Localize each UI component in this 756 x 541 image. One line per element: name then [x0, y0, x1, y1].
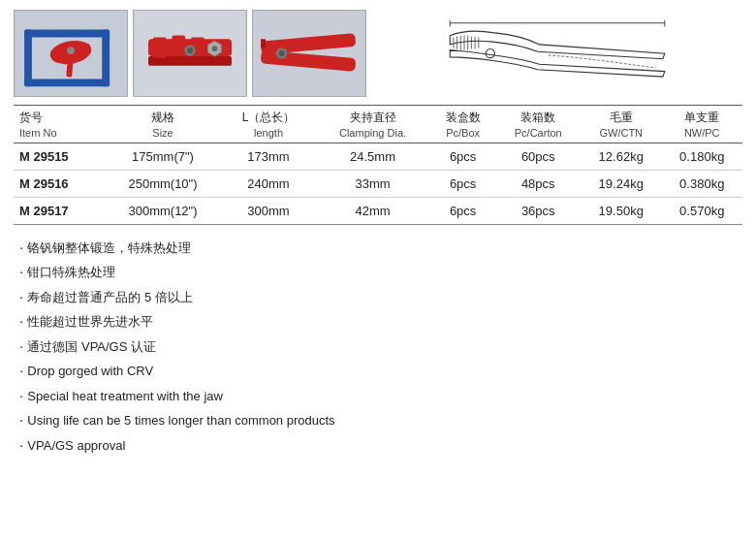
table-cell: 19.50kg	[581, 197, 661, 224]
table-cell: 0.570kg	[661, 197, 742, 224]
feature-item: 性能超过世界先进水平	[17, 308, 742, 334]
table-cell: 300mm(12")	[104, 197, 222, 224]
feature-item: 通过德国 VPA/GS 认证	[17, 334, 742, 359]
feature-item: Using life can be 5 times longer than co…	[17, 407, 742, 432]
table-cell: 0.180kg	[661, 143, 742, 170]
feature-item: VPA/GS approval	[17, 432, 742, 458]
table-cell: 19.24kg	[581, 170, 661, 197]
col-item-no: 货号 Item No	[14, 106, 104, 143]
col-pc-carton: 装箱数 Pc/Carton	[495, 106, 581, 143]
table-section: 货号 Item No 规格 Size L（总长） length 夹持直径 Cla…	[14, 105, 742, 225]
col-nw: 单支重 NW/PC	[661, 106, 742, 143]
svg-point-8	[67, 47, 75, 54]
table-cell: 42mm	[315, 197, 430, 224]
page-container: 货号 Item No 规格 Size L（总长） length 夹持直径 Cla…	[0, 0, 756, 541]
col-pc-box: 装盒数 Pc/Box	[430, 106, 496, 143]
svg-rect-4	[24, 30, 110, 38]
line-drawing-svg	[441, 16, 674, 94]
table-cell: 48pcs	[495, 170, 581, 197]
features-list: 铬钒钢整体锻造，特殊热处理钳口特殊热处理寿命超过普通产品的 5 倍以上性能超过世…	[17, 235, 742, 458]
feature-item: 钳口特殊热处理	[17, 259, 742, 284]
col-clamping: 夹持直径 Clamping Dia.	[315, 106, 430, 143]
top-section	[14, 10, 742, 97]
table-cell: 60pcs	[495, 143, 581, 170]
product-images	[14, 10, 366, 97]
svg-point-30	[486, 49, 494, 58]
svg-rect-1	[24, 30, 32, 87]
table-cell: M 29516	[14, 170, 104, 197]
line-drawing-container	[372, 13, 742, 94]
table-cell: 0.380kg	[661, 170, 742, 197]
product-image-3	[252, 10, 366, 97]
product-image-2	[133, 10, 247, 97]
table-cell: 300mm	[222, 197, 315, 224]
table-cell: 6pcs	[430, 197, 496, 224]
svg-point-18	[211, 46, 217, 51]
table-cell: 12.62kg	[581, 143, 661, 170]
table-cell: 6pcs	[430, 143, 496, 170]
svg-rect-25	[261, 42, 266, 45]
col-length: L（总长） length	[222, 106, 315, 143]
table-cell: M 29517	[14, 197, 104, 224]
table-header-row: 货号 Item No 规格 Size L（总长） length 夹持直径 Cla…	[14, 106, 742, 143]
table-cell: 33mm	[315, 170, 430, 197]
table-row: M 29516250mm(10")240mm33mm6pcs48pcs19.24…	[14, 170, 742, 197]
svg-rect-12	[153, 37, 167, 58]
feature-item: 铬钒钢整体锻造，特殊热处理	[17, 235, 742, 260]
feature-item: 寿命超过普通产品的 5 倍以上	[17, 284, 742, 309]
feature-item: Drop gorged with CRV	[17, 358, 742, 383]
table-cell: 173mm	[222, 143, 315, 170]
table-cell: 175mm(7")	[104, 143, 222, 170]
product-image-1	[14, 10, 128, 97]
svg-rect-26	[261, 45, 266, 48]
svg-rect-3	[102, 30, 110, 87]
table-cell: M 29515	[14, 143, 104, 170]
svg-point-23	[279, 50, 285, 56]
table-cell: 24.5mm	[315, 143, 430, 170]
feature-item: Special heat treatment with the jaw	[17, 383, 742, 408]
table-cell: 240mm	[222, 170, 315, 197]
features-section: 铬钒钢整体锻造，特殊热处理钳口特殊热处理寿命超过普通产品的 5 倍以上性能超过世…	[14, 235, 742, 458]
table-cell: 250mm(10")	[104, 170, 222, 197]
table-row: M 29517300mm(12")300mm42mm6pcs36pcs19.50…	[14, 197, 742, 224]
col-size: 规格 Size	[104, 106, 222, 143]
table-row: M 29515175mm(7")173mm24.5mm6pcs60pcs12.6…	[14, 143, 742, 170]
svg-rect-24	[261, 39, 266, 42]
table-cell: 6pcs	[430, 170, 496, 197]
col-gw: 毛重 GW/CTN	[581, 106, 661, 143]
svg-rect-13	[172, 35, 185, 56]
table-cell: 36pcs	[495, 197, 581, 224]
product-table: 货号 Item No 规格 Size L（总长） length 夹持直径 Cla…	[14, 106, 742, 225]
svg-rect-2	[24, 79, 110, 86]
svg-point-16	[187, 48, 193, 53]
